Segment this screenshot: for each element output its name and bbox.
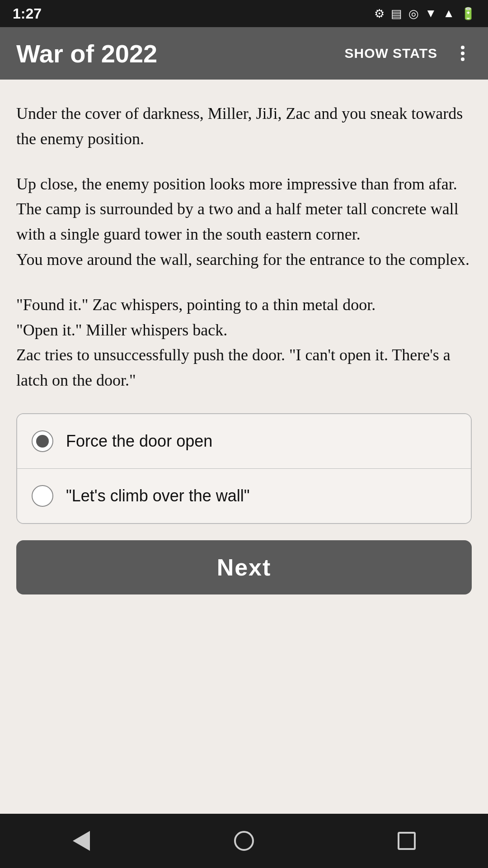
vpn-icon: ◎ (408, 7, 419, 21)
app-title: War of 2022 (16, 39, 344, 68)
story-paragraph-3: "Found it." Zac whispers, pointing to a … (16, 292, 472, 393)
signal-icon: ▲ (443, 7, 455, 20)
radio-inner-1 (36, 435, 49, 448)
back-icon (73, 831, 90, 851)
choice-item-1[interactable]: Force the door open (17, 414, 471, 469)
next-button[interactable]: Next (16, 540, 472, 594)
story-paragraph-1: Under the cover of darkness, Miller, JiJ… (16, 101, 472, 152)
home-icon (234, 831, 254, 851)
back-button[interactable] (63, 823, 99, 859)
wifi-icon: ▼ (425, 7, 437, 20)
recents-button[interactable] (389, 823, 425, 859)
radio-button-2[interactable] (32, 485, 53, 507)
choice-item-2[interactable]: "Let's climb over the wall" (17, 469, 471, 523)
home-button[interactable] (226, 823, 262, 859)
choice-label-2: "Let's climb over the wall" (66, 486, 250, 505)
more-options-icon[interactable] (454, 40, 472, 67)
status-icons: ⚙ ▤ ◎ ▼ ▲ 🔋 (374, 7, 475, 21)
radio-button-1[interactable] (32, 430, 53, 452)
choices-container: Force the door open "Let's climb over th… (16, 413, 472, 524)
settings-icon: ⚙ (374, 7, 385, 21)
main-content: Under the cover of darkness, Miller, JiJ… (0, 80, 488, 814)
bottom-nav (0, 814, 488, 868)
status-bar: 1:27 ⚙ ▤ ◎ ▼ ▲ 🔋 (0, 0, 488, 27)
sim-icon: ▤ (391, 7, 402, 21)
choice-label-1: Force the door open (66, 432, 212, 451)
app-bar-actions: SHOW STATS (344, 40, 472, 67)
story-paragraph-2: Up close, the enemy position looks more … (16, 172, 472, 273)
battery-icon: 🔋 (461, 7, 475, 21)
recents-icon (398, 832, 416, 850)
status-time: 1:27 (13, 5, 42, 22)
show-stats-button[interactable]: SHOW STATS (344, 46, 437, 61)
app-bar: War of 2022 SHOW STATS (0, 27, 488, 80)
